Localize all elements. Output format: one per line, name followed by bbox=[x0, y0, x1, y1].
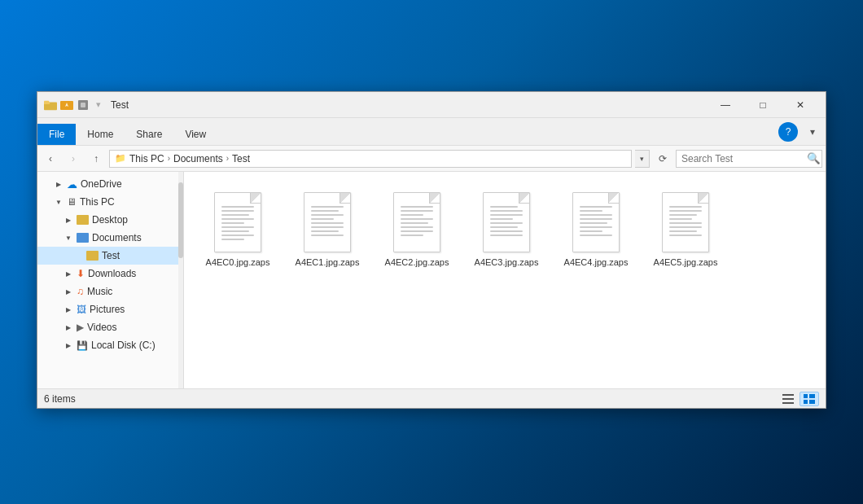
search-button[interactable]: 🔍 bbox=[807, 152, 820, 165]
path-test[interactable]: Test bbox=[232, 153, 250, 164]
ribbon-collapse-button[interactable]: ▾ bbox=[803, 122, 822, 142]
file-icon bbox=[299, 190, 356, 255]
sidebar-item-documents[interactable]: ▼ Documents bbox=[37, 229, 183, 247]
file-line bbox=[311, 210, 339, 212]
file-line bbox=[669, 222, 702, 224]
file-item[interactable]: A4EC5.jpg.zaps bbox=[645, 185, 726, 273]
sidebar-item-videos[interactable]: ▶ ▶ Videos bbox=[37, 318, 183, 336]
refresh-button[interactable]: ⟳ bbox=[653, 150, 672, 168]
sidebar-item-local-disk[interactable]: ▶ 💾 Local Disk (C:) bbox=[37, 336, 183, 354]
file-line bbox=[580, 218, 612, 220]
sidebar-item-onedrive[interactable]: ▶ ☁ OneDrive bbox=[37, 175, 183, 193]
file-line bbox=[490, 222, 523, 224]
file-icon bbox=[567, 190, 624, 255]
file-line bbox=[401, 234, 423, 236]
back-button[interactable]: ‹ bbox=[41, 150, 60, 168]
ribbon: File Home Share View ? ▾ bbox=[37, 118, 826, 146]
file-page bbox=[304, 192, 351, 252]
file-line bbox=[311, 226, 344, 228]
file-name: A4EC5.jpg.zaps bbox=[654, 256, 718, 268]
file-line bbox=[311, 206, 344, 208]
search-box: 🔍 bbox=[676, 150, 822, 168]
file-line bbox=[221, 206, 254, 208]
sidebar-item-pictures[interactable]: ▶ 🖼 Pictures bbox=[37, 300, 183, 318]
window-controls: — □ ✕ bbox=[707, 92, 819, 118]
tab-share[interactable]: Share bbox=[125, 124, 173, 145]
file-line bbox=[221, 210, 254, 212]
file-item[interactable]: A4EC4.jpg.zaps bbox=[555, 185, 637, 273]
file-line bbox=[580, 214, 612, 216]
videos-icon: ▶ bbox=[77, 322, 84, 333]
sidebar-label-test: Test bbox=[102, 250, 120, 261]
item-count: 6 items bbox=[44, 393, 76, 405]
file-line bbox=[221, 222, 244, 224]
maximize-button[interactable]: □ bbox=[744, 92, 782, 118]
sidebar-scrollbar-thumb bbox=[178, 182, 183, 258]
path-this-pc[interactable]: This PC bbox=[129, 153, 164, 164]
file-line bbox=[490, 210, 523, 212]
sidebar-item-downloads[interactable]: ▶ ⬇ Downloads bbox=[37, 265, 183, 283]
sidebar-label-music: Music bbox=[87, 286, 112, 297]
toggle-icon-pictures: ▶ bbox=[64, 305, 73, 314]
large-icons-view-icon bbox=[804, 394, 815, 404]
path-sep-1: › bbox=[168, 154, 170, 163]
file-line bbox=[311, 234, 344, 236]
details-view-button[interactable] bbox=[778, 392, 798, 406]
file-lines bbox=[663, 193, 708, 243]
sidebar-item-desktop[interactable]: ▶ Desktop bbox=[37, 211, 183, 229]
file-line bbox=[221, 234, 254, 236]
music-icon: ♫ bbox=[77, 286, 84, 297]
file-item[interactable]: A4EC1.jpg.zaps bbox=[287, 185, 368, 273]
file-name: A4EC2.jpg.zaps bbox=[385, 256, 449, 268]
file-page bbox=[572, 192, 620, 252]
path-sep-2: › bbox=[226, 154, 229, 163]
files-grid: A4EC0.jpg.zaps A4EC1.jpg.zaps A4EC2.jpg.… bbox=[197, 185, 813, 273]
tab-home[interactable]: Home bbox=[76, 124, 125, 145]
toggle-icon-downloads: ▶ bbox=[64, 269, 73, 278]
file-line bbox=[669, 226, 702, 228]
address-path[interactable]: 📁 This PC › Documents › Test bbox=[109, 150, 632, 168]
file-lines bbox=[215, 193, 261, 248]
file-line bbox=[401, 222, 428, 224]
file-name: A4EC4.jpg.zaps bbox=[564, 256, 629, 268]
file-line bbox=[669, 206, 702, 208]
sidebar-label-downloads: Downloads bbox=[88, 268, 136, 279]
status-bar: 6 items bbox=[37, 388, 826, 408]
sidebar-item-test[interactable]: Test bbox=[37, 247, 183, 265]
file-lines bbox=[304, 193, 350, 243]
title-bar-icons: ▾ bbox=[44, 99, 104, 112]
file-line bbox=[580, 206, 612, 208]
file-line bbox=[221, 230, 249, 232]
file-area: A4EC0.jpg.zaps A4EC1.jpg.zaps A4EC2.jpg.… bbox=[184, 172, 826, 388]
pin-icon bbox=[77, 99, 90, 112]
file-item[interactable]: A4EC0.jpg.zaps bbox=[197, 185, 278, 273]
toggle-icon-music: ▶ bbox=[64, 287, 73, 296]
toggle-icon-this-pc: ▼ bbox=[54, 197, 64, 207]
file-line bbox=[490, 206, 518, 208]
file-item[interactable]: A4EC3.jpg.zaps bbox=[466, 185, 547, 273]
file-item[interactable]: A4EC2.jpg.zaps bbox=[376, 185, 458, 273]
sidebar-label-pictures: Pictures bbox=[90, 304, 125, 315]
sidebar-item-music[interactable]: ▶ ♫ Music bbox=[37, 283, 183, 300]
path-documents[interactable]: Documents bbox=[173, 153, 223, 164]
search-input[interactable] bbox=[681, 153, 804, 164]
file-line bbox=[221, 226, 254, 228]
close-button[interactable]: ✕ bbox=[782, 92, 819, 118]
minimize-button[interactable]: — bbox=[707, 92, 744, 118]
file-line bbox=[311, 214, 344, 216]
file-line bbox=[580, 230, 602, 232]
svg-rect-9 bbox=[782, 402, 794, 404]
file-explorer-window: ▾ Test — □ ✕ File Home Share View ? ▾ ‹ … bbox=[37, 91, 826, 409]
file-name: A4EC0.jpg.zaps bbox=[206, 256, 270, 268]
file-name: A4EC3.jpg.zaps bbox=[475, 256, 539, 268]
tab-view[interactable]: View bbox=[173, 124, 217, 145]
up-button[interactable]: ↑ bbox=[86, 150, 106, 168]
toggle-icon-videos: ▶ bbox=[64, 322, 73, 332]
help-button[interactable]: ? bbox=[778, 122, 798, 142]
tab-file[interactable]: File bbox=[37, 124, 76, 145]
file-icon bbox=[657, 190, 714, 255]
sidebar-item-this-pc[interactable]: ▼ 🖥 This PC bbox=[37, 193, 183, 211]
address-dropdown-button[interactable]: ▾ bbox=[635, 150, 650, 168]
large-icons-view-button[interactable] bbox=[799, 392, 819, 406]
forward-button[interactable]: › bbox=[64, 150, 83, 168]
